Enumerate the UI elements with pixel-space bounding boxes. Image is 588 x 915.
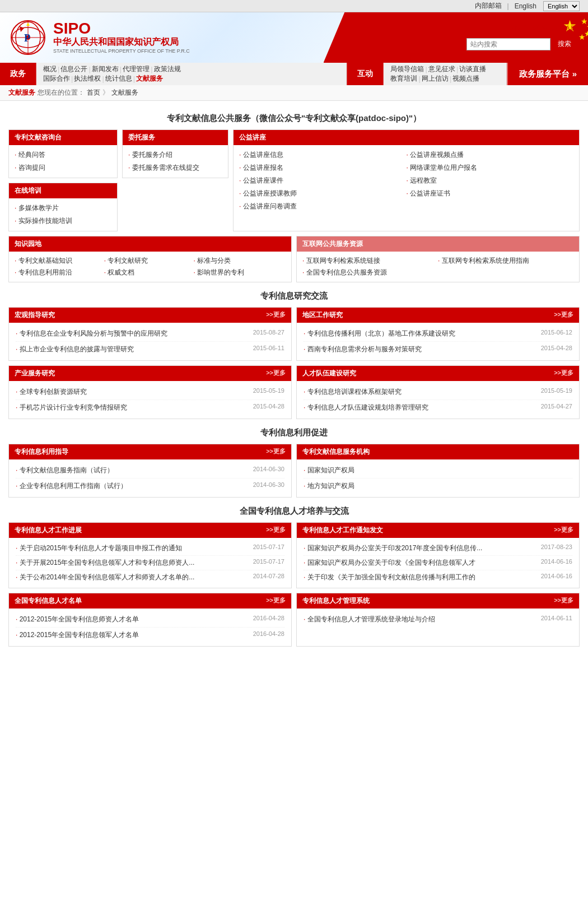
nav-jiaoyu[interactable]: 教育培训 bbox=[390, 74, 417, 83]
nav-xinwenfabu[interactable]: 新闻发布 bbox=[92, 64, 119, 74]
zhishi-item1[interactable]: 专利文献基础知识 bbox=[15, 255, 104, 267]
left-col: 专利文献咨询台 经典问答 咨询提问 在线培训 多媒体教学片 实际操作技能培训 bbox=[8, 129, 118, 231]
hongguan-more[interactable]: >>更多 bbox=[266, 310, 286, 320]
logo-emblem[interactable]: P bbox=[8, 18, 48, 57]
gongyi-r4[interactable]: 公益讲座证书 bbox=[407, 187, 574, 200]
inner-mail-link[interactable]: 内部邮箱 bbox=[475, 1, 502, 11]
zhidao-link2[interactable]: 企业专利信息利用工作指南（试行） bbox=[16, 481, 127, 491]
tongzhi-link2[interactable]: 国家知识产权局办公室关于印发《全国专利信息领军人才 bbox=[304, 558, 475, 568]
nav-tab-zhengwu[interactable]: 政务 bbox=[0, 63, 36, 85]
tongzhi-more[interactable]: >>更多 bbox=[554, 526, 573, 535]
zhishi-card: 知识园地 专利文献基础知识 专利文献研究 标准与分类 专利信息利用前沿 权威文档… bbox=[8, 236, 292, 282]
nav-zhifaweiquan[interactable]: 执法维权 bbox=[74, 74, 101, 83]
gongyi-r2[interactable]: 网络课堂单位用户报名 bbox=[407, 161, 574, 174]
language-select[interactable]: English 中文 bbox=[543, 1, 580, 11]
nav-tab-hudong[interactable]: 互动 bbox=[347, 63, 384, 85]
tongzhi-title: 专利信息人才工作通知发文 bbox=[302, 526, 383, 535]
gongyi-l1[interactable]: 公益讲座信息 bbox=[239, 148, 407, 161]
diqu-link2[interactable]: 西南专利信息需求分析与服务对策研究 bbox=[304, 345, 422, 354]
breadcrumb-home[interactable]: 首页 bbox=[87, 88, 100, 97]
gongyi-l3[interactable]: 公益讲座课件 bbox=[239, 174, 407, 187]
zhidao-more[interactable]: >>更多 bbox=[266, 447, 286, 457]
search-button[interactable]: 搜索 bbox=[552, 37, 577, 51]
nav-yijian[interactable]: 意见征求 bbox=[428, 64, 455, 74]
mingdan-link2[interactable]: 2012-2015年全国专利信息领军人才名单 bbox=[16, 630, 139, 640]
chanye-date1: 2015-05-19 bbox=[253, 387, 284, 397]
hulian-body: 互联网专利检索系统链接 互联网专利检索系统使用指南 全国专利信息公共服务资源 bbox=[297, 252, 579, 282]
nav-juling[interactable]: 局领导信箱 bbox=[390, 64, 424, 74]
section3-row: 专利信息利用指导 >>更多 专利文献信息服务指南（试行） 2014-06-30 … bbox=[8, 444, 580, 498]
zixuntai-item1[interactable]: 经典问答 bbox=[15, 148, 111, 161]
zhishi-item6[interactable]: 影响世界的专利 bbox=[193, 267, 283, 278]
gongyi-l2[interactable]: 公益讲座报名 bbox=[239, 161, 407, 174]
hongguan-link2[interactable]: 拟上市企业专利信息的披露与管理研究 bbox=[16, 345, 134, 354]
jigou-link2[interactable]: 地方知识产权局 bbox=[304, 482, 354, 490]
guanli-link1[interactable]: 全国专利信息人才管理系统登录地址与介绍 bbox=[304, 615, 435, 624]
jingzhan-title: 专利信息人才工作进展 bbox=[15, 526, 82, 535]
guanli-more[interactable]: >>更多 bbox=[554, 596, 573, 606]
search-input[interactable] bbox=[466, 38, 550, 50]
nav-shipin[interactable]: 视频点播 bbox=[452, 74, 479, 83]
zhishi-item4[interactable]: 专利信息利用前沿 bbox=[15, 267, 104, 278]
jigou-card: 专利文献信息服务机构 国家知识产权局 地方知识产权局 bbox=[296, 444, 580, 498]
nav-gaikuang[interactable]: 概况 bbox=[43, 64, 57, 74]
zixuntai-item2[interactable]: 咨询提问 bbox=[15, 161, 111, 174]
breadcrumb-you-zai: 您现在的位置： bbox=[38, 88, 85, 97]
hongguan-link1[interactable]: 专利信息在企业专利风险分析与预警中的应用研究 bbox=[16, 329, 167, 338]
hulian-item3[interactable]: 全国专利信息公共服务资源 bbox=[302, 267, 438, 278]
jingzhan-link1[interactable]: 关于启动2015年专利信息人才专题项目申报工作的通知 bbox=[16, 544, 182, 553]
nav-dailiguanli[interactable]: 代理管理 bbox=[123, 64, 150, 74]
rencai-more[interactable]: >>更多 bbox=[554, 369, 573, 378]
training-item1[interactable]: 多媒体教学片 bbox=[15, 202, 111, 215]
gongyi-r1[interactable]: 公益讲座视频点播 bbox=[407, 148, 574, 161]
gongyi-right: 公益讲座视频点播 网络课堂单位用户报名 远程教室 公益讲座证书 bbox=[407, 148, 574, 213]
mingdan-link1[interactable]: 2012-2015年全国专利信息师资人才名单 bbox=[16, 615, 139, 624]
jingzhan-date3: 2014-07-28 bbox=[253, 573, 284, 582]
chanye-item2: 手机芯片设计行业专利竞争情报研究 2015-04-28 bbox=[16, 400, 284, 415]
gongyi-r3[interactable]: 远程教室 bbox=[407, 174, 574, 187]
nav-tongji[interactable]: 统计信息 bbox=[105, 74, 132, 83]
tongzhi-item2: 国家知识产权局办公室关于印发《全国专利信息领军人才 2014-06-16 bbox=[304, 556, 572, 570]
tongzhi-link3[interactable]: 关于印发《关于加强全国专利文献信息传播与利用工作的 bbox=[304, 573, 475, 582]
zhishi-hulian-section: 知识园地 专利文献基础知识 专利文献研究 标准与分类 专利信息利用前沿 权威文档… bbox=[8, 236, 580, 282]
nav-xinxigongkai[interactable]: 信息公开 bbox=[60, 64, 87, 74]
service-platform-btn[interactable]: 政务服务平台 » bbox=[507, 63, 588, 85]
hulian-item1[interactable]: 互联网专利检索系统链接 bbox=[302, 255, 438, 267]
chanye-link1[interactable]: 全球专利创新资源研究 bbox=[16, 387, 87, 397]
gongyi-l5[interactable]: 公益讲座问卷调查 bbox=[239, 200, 407, 213]
jingzhan-card: 专利信息人才工作进展 >>更多 关于启动2015年专利信息人才专题项目申报工作的… bbox=[8, 522, 292, 588]
nav-guojihezuo[interactable]: 国际合作 bbox=[43, 74, 70, 83]
jingzhan-more[interactable]: >>更多 bbox=[266, 526, 286, 535]
mingdan-more[interactable]: >>更多 bbox=[266, 596, 286, 606]
nav-xinfang[interactable]: 网上信访 bbox=[422, 74, 449, 83]
jingzhan-item2: 关于开展2015年全国专利信息领军人才和专利信息师资人... 2015-07-1… bbox=[16, 556, 284, 570]
rencai-date2: 2015-04-27 bbox=[541, 403, 572, 412]
hulian-item2[interactable]: 互联网专利检索系统使用指南 bbox=[438, 255, 573, 267]
jingzhan-date1: 2015-07-17 bbox=[253, 544, 284, 553]
chanye-link2[interactable]: 手机芯片设计行业专利竞争情报研究 bbox=[16, 403, 127, 412]
zhishi-item3[interactable]: 标准与分类 bbox=[193, 255, 283, 267]
weituo-item2[interactable]: 委托服务需求在线提交 bbox=[128, 161, 222, 174]
page-main-title: 专利文献信息公共服务（微信公众号"专利文献众享(patdoc-sipo)"） bbox=[8, 113, 580, 124]
jingzhan-link2[interactable]: 关于开展2015年全国专利信息领军人才和专利信息师资人... bbox=[16, 558, 194, 568]
zhishi-item5[interactable]: 权威文档 bbox=[104, 267, 194, 278]
gov-link[interactable]: 国家市场监督管理总局 bbox=[510, 24, 577, 34]
zhishi-item2[interactable]: 专利文献研究 bbox=[104, 255, 194, 267]
training-item2[interactable]: 实际操作技能培训 bbox=[15, 215, 111, 227]
jigou-body: 国家知识产权局 地方知识产权局 bbox=[297, 459, 579, 497]
nav-fangtan[interactable]: 访谈直播 bbox=[459, 64, 486, 74]
weituo-item1[interactable]: 委托服务介绍 bbox=[128, 148, 222, 161]
gongyi-l4[interactable]: 公益讲座授课教师 bbox=[239, 187, 407, 200]
diqu-link1[interactable]: 专利信息传播利用（北京）基地工作体系建设研究 bbox=[304, 329, 455, 338]
zhidao-link1[interactable]: 专利文献信息服务指南（试行） bbox=[16, 466, 114, 475]
jigou-link1[interactable]: 国家知识产权局 bbox=[304, 466, 354, 474]
tongzhi-link1[interactable]: 国家知识产权局办公室关于印发2017年度全国专利信息传... bbox=[304, 544, 482, 553]
jingzhan-link3[interactable]: 关于公布2014年全国专利信息领军人才和师资人才名单的... bbox=[16, 573, 194, 582]
nav-zhengcefagui[interactable]: 政策法规 bbox=[154, 64, 181, 74]
hongguan-date1: 2015-08-27 bbox=[253, 329, 284, 338]
nav-wenxian[interactable]: 文献服务 bbox=[136, 74, 163, 83]
diqu-more[interactable]: >>更多 bbox=[554, 310, 573, 320]
rencai-link1[interactable]: 专利信息培训课程体系框架研究 bbox=[304, 387, 402, 397]
chanye-more[interactable]: >>更多 bbox=[266, 369, 286, 378]
rencai-link2[interactable]: 专利信息人才队伍建设规划培养管理研究 bbox=[304, 403, 428, 412]
